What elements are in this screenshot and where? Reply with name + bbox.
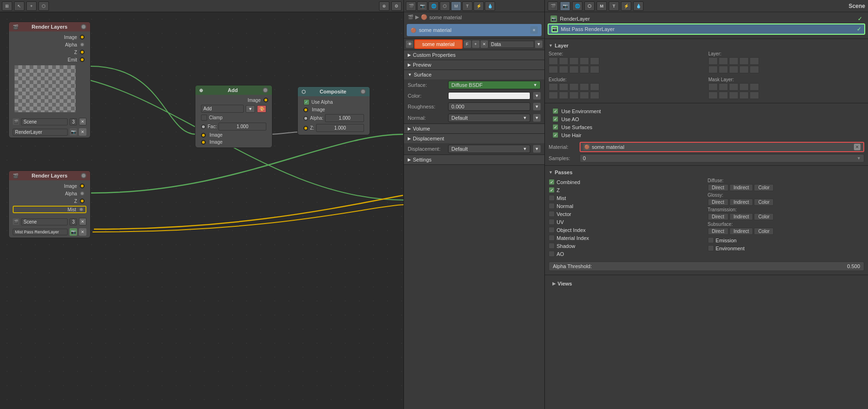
scene-box-10[interactable]	[590, 66, 599, 73]
custom-props-header[interactable]: ▶ Custom Properties	[404, 50, 544, 60]
layer-box-1[interactable]	[708, 57, 718, 65]
material-value-field[interactable]: 🟤 some material ✕	[580, 142, 864, 152]
pass-combined-cb[interactable]	[549, 179, 555, 185]
color-field[interactable]	[448, 92, 530, 100]
render-layers-node-1[interactable]: 🎬 Render Layers Image Alpha Z	[8, 22, 91, 138]
pass-uv-cb[interactable]	[549, 219, 555, 225]
props-phys-btn[interactable]: 💧	[485, 1, 495, 11]
render-layer-item-1[interactable]: 📷 RenderLayer ✓	[548, 14, 865, 23]
scene-tex-btn[interactable]: T	[609, 1, 619, 11]
volume-header[interactable]: ▶ Volume	[404, 124, 544, 133]
pass-ao-cb[interactable]	[549, 251, 555, 257]
mat-preview-btn[interactable]: 👁	[406, 40, 413, 48]
layer-box-3[interactable]	[729, 57, 738, 65]
toolbar-add-btn[interactable]: +	[26, 1, 37, 11]
render-layer-item-2[interactable]: 📷 Mist Pass RenderLayer ✓	[548, 23, 865, 35]
composite-node[interactable]: ⬡ Composite ✓ Use Alpha Image Alpha: 1.0…	[297, 86, 370, 135]
subsurface-indirect-btn[interactable]: Indirect	[729, 228, 753, 235]
toolbar-zoom-btn[interactable]: ⊕	[379, 1, 389, 11]
layer-box-4[interactable]	[739, 57, 749, 65]
scene-world-btn[interactable]: 🌐	[572, 1, 582, 11]
layer-box-10[interactable]	[750, 66, 759, 73]
scene-box-3[interactable]	[569, 57, 579, 65]
props-scene-btn[interactable]: 📷	[417, 1, 427, 11]
mat-data-btn[interactable]: Data	[489, 41, 535, 48]
pass-z-cb[interactable]	[549, 187, 555, 193]
pass-shadow-cb[interactable]	[549, 243, 555, 249]
surface-value-field[interactable]: Diffuse BSDF ▼	[448, 81, 541, 89]
displacement-arrow-btn[interactable]: ▼	[533, 145, 541, 153]
glossy-indirect-btn[interactable]: Indirect	[729, 199, 753, 206]
transmission-direct-btn[interactable]: Direct	[708, 213, 728, 220]
transmission-indirect-btn[interactable]: Indirect	[729, 213, 753, 220]
props-mat-btn[interactable]: M	[451, 1, 461, 11]
props-world-btn[interactable]: 🌐	[428, 1, 439, 11]
scene-part-btn[interactable]: ⚡	[621, 1, 631, 11]
normal-arrow-btn[interactable]: ▼	[533, 114, 541, 122]
scene-box-2[interactable]	[559, 57, 568, 65]
mat-name-field[interactable]: some material	[414, 39, 463, 49]
pass-normal-cb[interactable]	[549, 203, 555, 209]
settings-header[interactable]: ▶ Settings	[404, 155, 544, 164]
normal-field[interactable]: Default ▼	[448, 114, 530, 122]
toolbar-select-btn[interactable]: ↖	[14, 1, 24, 11]
pass-environment-cb[interactable]	[708, 245, 714, 251]
preview-header[interactable]: ▶ Preview	[404, 60, 544, 69]
color-arrow-btn[interactable]: ▼	[533, 92, 541, 100]
layer-box-6[interactable]	[708, 66, 718, 73]
scene-box-8[interactable]	[569, 66, 579, 73]
props-tex-btn[interactable]: T	[462, 1, 473, 11]
scene-box-1[interactable]	[549, 57, 558, 65]
toolbar-view-btn[interactable]: ⊞	[2, 1, 12, 11]
layer-box-2[interactable]	[719, 57, 728, 65]
layer-box-8[interactable]	[729, 66, 738, 73]
mat-list-btn[interactable]: ≡	[530, 26, 538, 34]
displacement-field[interactable]: Default ▼	[448, 145, 530, 153]
diffuse-indirect-btn[interactable]: Indirect	[729, 184, 753, 191]
scene-scene-btn[interactable]: 📷	[560, 1, 570, 11]
toolbar-settings-btn[interactable]: ⚙	[391, 1, 402, 11]
scene-mat-btn[interactable]: M	[597, 1, 607, 11]
scene-phys-btn[interactable]: 💧	[633, 1, 643, 11]
use-ao-checkbox[interactable]	[552, 116, 558, 122]
use-env-checkbox[interactable]	[552, 108, 558, 114]
use-surfaces-checkbox[interactable]	[552, 124, 558, 130]
scene-box-6[interactable]	[549, 66, 558, 73]
pass-objindex-cb[interactable]	[549, 227, 555, 233]
layer-box-5[interactable]	[750, 57, 759, 65]
diffuse-direct-btn[interactable]: Direct	[708, 184, 728, 191]
displacement-header[interactable]: ▶ Displacement	[404, 134, 544, 143]
mat-plus-btn[interactable]: +	[472, 40, 480, 48]
render-layers-node-2[interactable]: 🎬 Render Layers Image Alpha Z	[8, 170, 91, 238]
diffuse-color-btn[interactable]: Color	[754, 184, 774, 191]
pass-matindex-cb[interactable]	[549, 235, 555, 241]
add-node[interactable]: ⊕ Add Image Add ▼ 🎨 Clamp	[195, 85, 272, 148]
props-render-btn[interactable]: 🎬	[406, 1, 416, 11]
toolbar-node-btn[interactable]: ⬡	[39, 1, 49, 11]
subsurface-color-btn[interactable]: Color	[754, 228, 774, 235]
scene-box-7[interactable]	[559, 66, 568, 73]
pass-vector-cb[interactable]	[549, 211, 555, 217]
layer-box-9[interactable]	[739, 66, 749, 73]
layer-box-7[interactable]	[719, 66, 728, 73]
scene-obj-btn[interactable]: ⬡	[584, 1, 595, 11]
roughness-arrow-btn[interactable]: ▼	[533, 103, 541, 110]
pass-mist-cb[interactable]	[549, 195, 555, 201]
scene-render-btn[interactable]: 🎬	[548, 1, 558, 11]
props-part-btn[interactable]: ⚡	[473, 1, 484, 11]
mat-x-btn[interactable]: ✕	[480, 40, 488, 48]
subsurface-direct-btn[interactable]: Direct	[708, 228, 728, 235]
scene-box-4[interactable]	[580, 57, 589, 65]
glossy-color-btn[interactable]: Color	[754, 199, 774, 206]
use-hair-checkbox[interactable]	[552, 132, 558, 138]
pass-emission-cb[interactable]	[708, 237, 714, 243]
mat-arrow-btn[interactable]: ▼	[535, 40, 542, 48]
samples-field[interactable]: 0 ▼	[580, 154, 864, 162]
surface-header[interactable]: ▼ Surface	[404, 70, 544, 79]
material-x-btn[interactable]: ✕	[854, 144, 860, 150]
glossy-direct-btn[interactable]: Direct	[708, 199, 728, 206]
props-obj-btn[interactable]: ⬡	[440, 1, 450, 11]
scene-box-9[interactable]	[580, 66, 589, 73]
mat-f-btn[interactable]: F	[464, 40, 471, 48]
scene-box-5[interactable]	[590, 57, 599, 65]
